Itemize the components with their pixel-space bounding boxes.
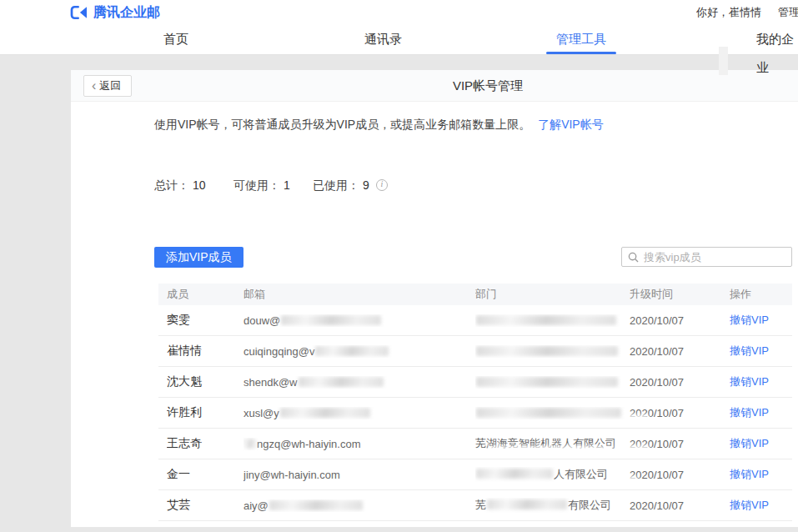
email-text: jiny@wh-haiyin.com bbox=[243, 469, 340, 481]
upgrade-date: 2020/10/07 bbox=[630, 499, 730, 512]
exmail-logo[interactable]: 腾讯企业邮 bbox=[70, 3, 160, 22]
row-actions: 撤销VIP bbox=[730, 405, 792, 420]
stat-total: 总计：10 bbox=[154, 178, 206, 193]
date-text: 2020/10/07 bbox=[630, 407, 684, 419]
stat-used-label: 已使用： bbox=[313, 178, 359, 192]
date-text: 2020/10/07 bbox=[630, 314, 684, 327]
member-email: cuiqingqing@v bbox=[243, 345, 475, 358]
member-name: 王志奇 bbox=[167, 436, 243, 451]
header-department: 部门 bbox=[475, 287, 630, 302]
email-text: cuiqingqing@v bbox=[243, 345, 314, 358]
learn-vip-link[interactable]: 了解VIP帐号 bbox=[538, 118, 604, 131]
revoke-vip-link[interactable]: 撤销VIP bbox=[730, 314, 769, 326]
table-row: 金一 jiny@wh-haiyin.com 人有限公司 2020/10/07 撤… bbox=[158, 459, 792, 490]
member-name: 沈大魁 bbox=[167, 374, 243, 389]
redacted-text bbox=[280, 408, 370, 418]
upgrade-date: 2020/10/07 bbox=[630, 314, 730, 327]
info-icon[interactable] bbox=[376, 179, 388, 191]
member-department: 人有限公司 bbox=[475, 467, 630, 482]
tab-home[interactable]: 首页 bbox=[163, 25, 188, 54]
stat-total-value: 10 bbox=[193, 178, 206, 192]
panel-header: 返回 VIP帐号管理 bbox=[71, 70, 798, 102]
redacted-text bbox=[299, 377, 384, 387]
upgrade-date: 2020/10/07 bbox=[630, 376, 730, 389]
table-row: 崔情情 cuiqingqing@v 2020/10/07 撤销VIP bbox=[158, 336, 792, 367]
redacted-text bbox=[487, 499, 567, 509]
row-actions: 撤销VIP bbox=[730, 313, 792, 328]
upgrade-date: 2020/10/07 bbox=[630, 469, 730, 481]
table-header-row: 成员 邮箱 部门 升级时间 操作 bbox=[158, 284, 792, 305]
date-text: 2020/10/07 bbox=[630, 438, 684, 450]
member-name: 金一 bbox=[167, 467, 243, 482]
email-text: xusl@y bbox=[243, 407, 279, 419]
logo-text: 腾讯企业邮 bbox=[93, 4, 160, 22]
stat-available: 可使用：1 bbox=[233, 178, 290, 193]
add-vip-member-button[interactable]: 添加VIP成员 bbox=[154, 247, 243, 268]
search-icon bbox=[628, 252, 639, 263]
stat-available-label: 可使用： bbox=[233, 178, 280, 192]
redacted-text bbox=[244, 439, 256, 449]
dept-text: 芜 bbox=[475, 499, 486, 511]
manage-company-link[interactable]: 管理企业 bbox=[778, 5, 798, 20]
page-description: 使用VIP帐号，可将普通成员升级为VIP成员，或提高业务邮箱数量上限。了解VIP… bbox=[154, 118, 604, 133]
table-row: 许胜利 xusl@y 2020/10/07 撤销VIP bbox=[158, 398, 792, 429]
revoke-vip-link[interactable]: 撤销VIP bbox=[730, 406, 769, 419]
main-nav: 首页 通讯录 管理工具 我的企业 bbox=[0, 25, 798, 55]
header-email: 邮箱 bbox=[243, 287, 475, 302]
header-action: 操作 bbox=[730, 287, 792, 302]
table-row: 窦雯 douw@ 2020/10/07 撤销VIP bbox=[158, 305, 792, 336]
row-actions: 撤销VIP bbox=[730, 374, 792, 389]
topbar-user-area: 你好，崔情情 管理企业 bbox=[696, 0, 798, 25]
revoke-vip-link[interactable]: 撤销VIP bbox=[730, 344, 769, 357]
content-panel: 返回 VIP帐号管理 使用VIP帐号，可将普通成员升级为VIP成员，或提高业务邮… bbox=[71, 70, 798, 527]
upgrade-date: 2020/10/07 bbox=[630, 438, 730, 450]
date-text: 2020/10/07 bbox=[630, 345, 684, 358]
dept-text: 芜湖海竞智能机器人有限公司 bbox=[475, 437, 616, 449]
vip-members-table: 成员 邮箱 部门 升级时间 操作 窦雯 douw@ 2020/10/07 bbox=[158, 284, 792, 521]
member-department bbox=[475, 345, 630, 358]
member-department bbox=[475, 314, 630, 327]
header-member: 成员 bbox=[167, 287, 243, 302]
scrollbar-thumb[interactable] bbox=[719, 47, 728, 75]
member-name: 崔情情 bbox=[167, 344, 243, 359]
redacted-text bbox=[476, 346, 618, 356]
row-actions: 撤销VIP bbox=[730, 436, 792, 451]
member-email: shendk@w bbox=[243, 376, 475, 389]
page-title: VIP帐号管理 bbox=[71, 70, 798, 102]
redacted-text bbox=[476, 408, 621, 418]
tab-my-company[interactable]: 我的企业 bbox=[756, 25, 798, 54]
email-text: ngzq@wh-haiyin.com bbox=[257, 438, 360, 450]
date-text: 2020/10/07 bbox=[630, 376, 684, 389]
revoke-vip-link[interactable]: 撤销VIP bbox=[730, 437, 769, 449]
stat-used-value: 9 bbox=[363, 178, 369, 192]
dept-text: 人有限公司 bbox=[554, 468, 608, 480]
revoke-vip-link[interactable]: 撤销VIP bbox=[730, 499, 769, 511]
member-department bbox=[475, 407, 630, 419]
upgrade-date: 2020/10/07 bbox=[630, 345, 730, 358]
date-text: 2020/10/07 bbox=[630, 469, 684, 481]
stat-total-label: 总计： bbox=[154, 178, 189, 192]
description-text: 使用VIP帐号，可将普通成员升级为VIP成员，或提高业务邮箱数量上限。 bbox=[154, 118, 530, 131]
header-upgrade-time: 升级时间 bbox=[630, 287, 730, 302]
revoke-vip-link[interactable]: 撤销VIP bbox=[730, 468, 769, 480]
email-text: aiy@ bbox=[243, 499, 269, 512]
member-name: 许胜利 bbox=[167, 405, 243, 420]
stat-used: 已使用：9 bbox=[313, 178, 388, 193]
app-window: 腾讯企业邮 你好，崔情情 管理企业 首页 通讯录 管理工具 我的企业 返回 VI… bbox=[0, 0, 798, 532]
revoke-vip-link[interactable]: 撤销VIP bbox=[730, 375, 769, 388]
email-text: shendk@w bbox=[243, 376, 298, 389]
redacted-text bbox=[476, 315, 616, 325]
search-box bbox=[621, 247, 792, 267]
search-input[interactable] bbox=[644, 251, 785, 263]
member-email: xusl@y bbox=[243, 407, 475, 419]
member-email: jiny@wh-haiyin.com bbox=[243, 469, 475, 481]
member-email: douw@ bbox=[243, 314, 475, 327]
row-actions: 撤销VIP bbox=[730, 344, 792, 359]
table-row: 艾芸 aiy@ 芜有限公司 2020/10/07 撤销VIP bbox=[158, 490, 792, 521]
tab-admin-tools[interactable]: 管理工具 bbox=[556, 25, 606, 54]
member-department bbox=[475, 376, 630, 389]
member-email: ngzq@wh-haiyin.com bbox=[243, 438, 475, 450]
redacted-text bbox=[315, 346, 389, 356]
dept-text: 有限公司 bbox=[568, 499, 611, 511]
tab-contacts[interactable]: 通讯录 bbox=[364, 25, 402, 54]
